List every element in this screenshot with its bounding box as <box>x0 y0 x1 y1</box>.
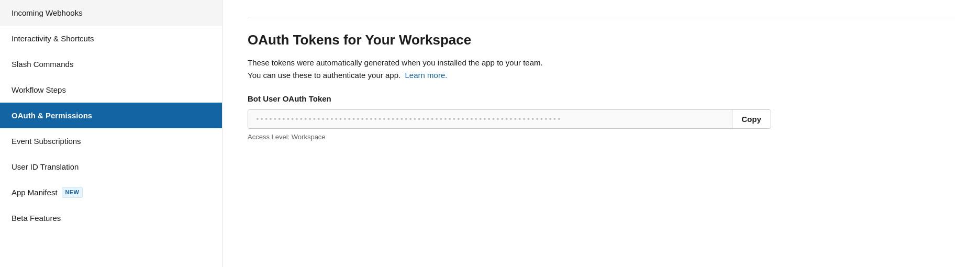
sidebar-item-label-user-id-translation: User ID Translation <box>12 161 79 172</box>
sidebar-item-app-manifest[interactable]: App ManifestNEW <box>0 180 222 205</box>
learn-more-link[interactable]: Learn more. <box>405 71 448 80</box>
top-divider <box>248 17 955 17</box>
sidebar-item-interactivity-shortcuts[interactable]: Interactivity & Shortcuts <box>0 26 222 51</box>
sidebar-item-beta-features[interactable]: Beta Features <box>0 205 222 231</box>
description-line2: You can use these to authenticate your a… <box>248 71 400 80</box>
bot-token-label: Bot User OAuth Token <box>248 94 955 103</box>
sidebar-item-incoming-webhooks[interactable]: Incoming Webhooks <box>0 0 222 26</box>
sidebar: Incoming WebhooksInteractivity & Shortcu… <box>0 0 222 267</box>
page-description: These tokens were automatically generate… <box>248 57 719 82</box>
sidebar-item-label-oauth-permissions: OAuth & Permissions <box>12 110 92 121</box>
sidebar-item-label-slash-commands: Slash Commands <box>12 59 73 70</box>
page-title: OAuth Tokens for Your Workspace <box>248 32 955 48</box>
main-content: OAuth Tokens for Your Workspace These to… <box>222 0 980 267</box>
sidebar-item-workflow-steps[interactable]: Workflow Steps <box>0 77 222 103</box>
sidebar-item-label-event-subscriptions: Event Subscriptions <box>12 136 81 147</box>
copy-button[interactable]: Copy <box>732 110 771 128</box>
token-row: Copy <box>248 109 771 129</box>
token-input[interactable] <box>248 110 732 128</box>
sidebar-item-label-interactivity-shortcuts: Interactivity & Shortcuts <box>12 33 94 44</box>
sidebar-item-oauth-permissions[interactable]: OAuth & Permissions <box>0 103 222 128</box>
access-level-text: Access Level: Workspace <box>248 133 955 141</box>
sidebar-item-label-incoming-webhooks: Incoming Webhooks <box>12 7 83 18</box>
sidebar-item-label-beta-features: Beta Features <box>12 213 61 224</box>
sidebar-item-label-app-manifest: App Manifest <box>12 187 58 198</box>
sidebar-item-user-id-translation[interactable]: User ID Translation <box>0 154 222 180</box>
sidebar-item-slash-commands[interactable]: Slash Commands <box>0 51 222 77</box>
sidebar-item-label-workflow-steps: Workflow Steps <box>12 84 66 95</box>
description-line1: These tokens were automatically generate… <box>248 58 543 67</box>
new-badge-app-manifest: NEW <box>62 187 83 198</box>
sidebar-item-event-subscriptions[interactable]: Event Subscriptions <box>0 128 222 154</box>
